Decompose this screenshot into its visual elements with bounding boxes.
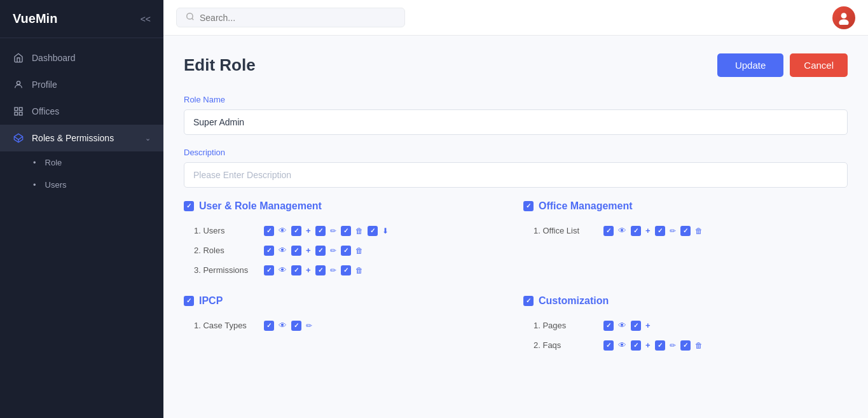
perm-users-check3[interactable] — [315, 226, 326, 236]
svg-point-9 — [841, 13, 847, 18]
section-ipcp-checkbox[interactable] — [184, 296, 194, 306]
perm-faqs-label: 2. Faqs — [534, 340, 603, 350]
perm-permissions-check2[interactable] — [291, 265, 301, 275]
trash-icon[interactable]: 🗑 — [354, 245, 365, 256]
eye-icon[interactable]: 👁 — [277, 264, 289, 276]
sidebar-item-profile[interactable]: Profile — [0, 71, 163, 98]
perm-roles-check4[interactable] — [341, 246, 351, 256]
svg-rect-3 — [19, 112, 22, 115]
sidebar-subnav: Role Users — [0, 151, 163, 196]
perm-permissions-check3[interactable] — [315, 265, 326, 275]
plus-icon[interactable]: + — [644, 225, 652, 237]
plus-icon[interactable]: + — [304, 264, 313, 276]
eye-icon[interactable]: 👁 — [616, 319, 628, 331]
eye-icon[interactable]: 👁 — [616, 225, 628, 237]
perm-permissions-icons: 👁 + ✏ 🗑 — [264, 264, 365, 276]
section-office-title: Office Management — [539, 200, 633, 212]
perm-roles-check3[interactable] — [315, 246, 326, 256]
svg-point-7 — [187, 13, 193, 19]
grid-icon — [13, 106, 24, 117]
sidebar-item-role[interactable]: Role — [0, 151, 163, 174]
trash-icon[interactable]: 🗑 — [693, 225, 705, 237]
perm-users-check1[interactable] — [264, 226, 274, 236]
perm-office-list-icons: 👁 + ✏ 🗑 — [603, 225, 705, 237]
perm-users-check5[interactable] — [368, 226, 378, 236]
trash-icon[interactable]: 🗑 — [354, 225, 365, 237]
section-customization-checkbox[interactable] — [523, 296, 534, 306]
section-user-role-checkbox[interactable] — [184, 201, 194, 211]
plus-icon[interactable]: + — [644, 319, 652, 331]
svg-rect-4 — [15, 112, 18, 115]
role-name-input[interactable] — [184, 109, 848, 135]
header-right — [832, 6, 855, 29]
section-office-checkbox[interactable] — [523, 201, 534, 211]
perm-roles-icons: 👁 + ✏ 🗑 — [264, 244, 365, 256]
home-icon — [13, 52, 24, 64]
app-logo: VueMin — [13, 11, 57, 26]
chevron-down-icon: ⌄ — [145, 134, 151, 143]
perm-row-permissions: 3. Permissions 👁 + ✏ 🗑 — [184, 260, 508, 280]
sidebar-item-offices[interactable]: Offices — [0, 98, 163, 125]
perm-office-check2[interactable] — [631, 226, 641, 236]
perm-office-list-label: 1. Office List — [534, 226, 603, 235]
eye-icon[interactable]: 👁 — [277, 225, 289, 237]
perm-users-icons: 👁 + ✏ 🗑 ⬇ — [264, 225, 390, 237]
sidebar-header: VueMin << — [0, 0, 163, 38]
perm-users-check2[interactable] — [291, 226, 301, 236]
description-input[interactable] — [184, 162, 848, 188]
eye-icon[interactable]: 👁 — [616, 339, 628, 351]
top-header — [163, 0, 868, 36]
perm-faqs-check2[interactable] — [631, 340, 641, 351]
trash-icon[interactable]: 🗑 — [354, 265, 365, 276]
plus-icon[interactable]: + — [304, 244, 313, 256]
perm-faqs-check4[interactable] — [680, 340, 691, 351]
edit-icon[interactable]: ✏ — [328, 265, 338, 276]
sidebar-nav: Dashboard Profile Offices Roles & Permis… — [0, 38, 163, 418]
page-actions: Update Cancel — [717, 53, 848, 77]
page-header: Edit Role Update Cancel — [184, 53, 848, 77]
perm-row-users: 1. Users 👁 + ✏ 🗑 ⬇ — [184, 221, 508, 240]
edit-icon[interactable]: ✏ — [304, 320, 314, 331]
perm-office-check3[interactable] — [655, 226, 665, 236]
section-customization-header: Customization — [523, 295, 848, 307]
perm-users-check4[interactable] — [341, 226, 351, 236]
perm-office-check4[interactable] — [680, 226, 691, 236]
perm-pages-check2[interactable] — [631, 321, 641, 331]
edit-icon[interactable]: ✏ — [668, 340, 678, 351]
plus-icon[interactable]: + — [644, 339, 652, 351]
perm-pages-check1[interactable] — [603, 321, 614, 331]
edit-icon[interactable]: ✏ — [328, 225, 338, 237]
edit-icon[interactable]: ✏ — [328, 245, 338, 256]
perm-permissions-check1[interactable] — [264, 265, 274, 275]
section-office-management: Office Management 1. Office List 👁 + ✏ 🗑 — [523, 200, 848, 280]
cancel-button[interactable]: Cancel — [790, 53, 848, 77]
edit-icon[interactable]: ✏ — [668, 225, 678, 237]
perm-row-case-types: 1. Case Types 👁 ✏ — [184, 316, 508, 335]
section-user-role-management: User & Role Management 1. Users 👁 + ✏ 🗑 — [184, 200, 508, 280]
avatar[interactable] — [832, 6, 855, 29]
perm-pages-icons: 👁 + — [603, 319, 652, 331]
section-ipcp-header: IPCP — [184, 295, 508, 307]
download-icon[interactable]: ⬇ — [380, 225, 390, 237]
search-bar[interactable] — [176, 8, 405, 27]
page-content: Edit Role Update Cancel Role Name Descri… — [163, 36, 868, 418]
perm-case-check2[interactable] — [291, 321, 301, 331]
search-input[interactable] — [200, 13, 396, 23]
sidebar-item-roles-permissions[interactable]: Roles & Permissions ⌄ — [0, 125, 163, 151]
sidebar-collapse-button[interactable]: << — [141, 14, 151, 24]
sidebar-item-users[interactable]: Users — [0, 174, 163, 196]
perm-office-check1[interactable] — [603, 226, 614, 236]
trash-icon[interactable]: 🗑 — [693, 340, 705, 351]
perm-roles-check2[interactable] — [291, 246, 301, 256]
perm-row-office-list: 1. Office List 👁 + ✏ 🗑 — [523, 221, 848, 240]
perm-faqs-check3[interactable] — [655, 340, 665, 351]
update-button[interactable]: Update — [717, 53, 783, 77]
eye-icon[interactable]: 👁 — [277, 319, 289, 331]
sidebar-item-dashboard[interactable]: Dashboard — [0, 45, 163, 71]
plus-icon[interactable]: + — [304, 225, 313, 237]
perm-faqs-check1[interactable] — [603, 340, 614, 351]
perm-permissions-check4[interactable] — [341, 265, 351, 275]
perm-roles-check1[interactable] — [264, 246, 274, 256]
perm-case-check1[interactable] — [264, 321, 274, 331]
eye-icon[interactable]: 👁 — [277, 244, 289, 256]
